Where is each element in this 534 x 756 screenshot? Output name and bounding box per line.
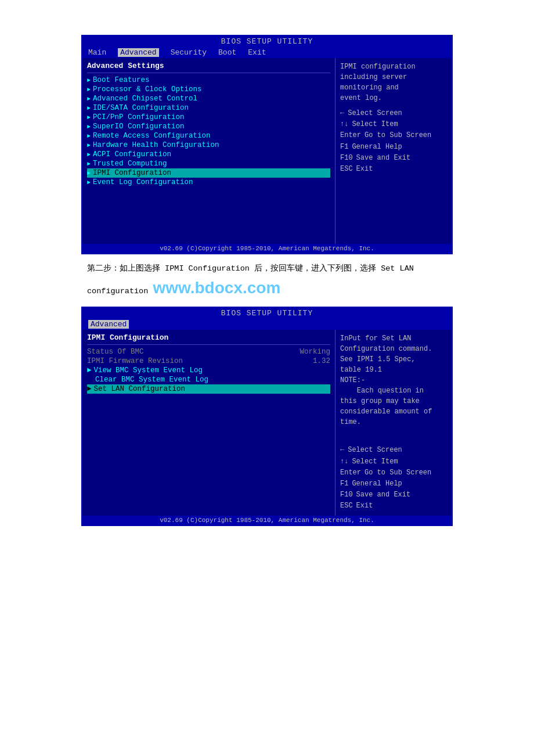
- menu-advanced-1[interactable]: Advanced: [118, 48, 158, 57]
- item-ipmi-config[interactable]: ► IPMI Configuration: [87, 168, 330, 178]
- item-clear-bmc-log[interactable]: Clear BMC System Event Log: [87, 375, 330, 384]
- key-enter-key-2: Enter: [340, 467, 361, 478]
- bios-left-1: Advanced Settings ► Boot Features ► Proc…: [82, 58, 335, 244]
- item-label: Trusted Computing: [93, 160, 167, 168]
- arrow-icon: ►: [87, 179, 91, 186]
- key-enter-key: Enter: [340, 130, 361, 141]
- key-desc-screen: Select Screen: [348, 108, 402, 119]
- arrow-icon: ►: [87, 96, 91, 102]
- bios-content-2: IPMI Configuration Status Of BMC Working…: [82, 330, 452, 516]
- bios-title-1: BIOS SETUP UTILITY: [82, 36, 452, 47]
- menu-security-1[interactable]: Security: [171, 48, 207, 57]
- bios-right-1: IPMI configurationincluding servermonito…: [335, 58, 452, 244]
- arrow-icon: ►: [87, 170, 91, 177]
- bios-content-1: Advanced Settings ► Boot Features ► Proc…: [82, 58, 452, 244]
- item-label: IPMI Configuration: [93, 169, 171, 177]
- status-firmware: IPMI Firmware Revision 1.32: [87, 357, 330, 366]
- key-f10-2: F10 Save and Exit: [340, 489, 447, 501]
- arrow-icon: ►: [87, 124, 91, 130]
- bios-footer-2: v02.69 (C)Copyright 1985-2010, American …: [82, 516, 452, 525]
- key-help-2: ← Select Screen ↑↓ Select Item Enter Go …: [340, 445, 447, 512]
- key-ud-2: ↑↓: [340, 456, 348, 467]
- key-desc-f1: General Help: [352, 142, 402, 153]
- item-ide-sata[interactable]: ► IDE/SATA Configuration: [87, 103, 330, 113]
- right-description-2: InPut for Set LAN Configuration command.…: [340, 333, 447, 427]
- key-f10-key-2: F10: [340, 489, 353, 501]
- key-desc-item: Select Item: [352, 119, 398, 130]
- watermark: www.bdocx.com: [153, 279, 280, 297]
- key-desc-esc-2: Exit: [356, 501, 373, 512]
- arrow-icon: ►: [87, 385, 92, 393]
- arrow-icon: ►: [87, 114, 91, 121]
- key-enter: Enter Go to Sub Screen: [340, 130, 447, 141]
- arrow-icon: ►: [87, 366, 92, 375]
- separator-2: [87, 344, 330, 345]
- key-desc-screen-2: Select Screen: [348, 445, 402, 456]
- item-trusted-computing[interactable]: ► Trusted Computing: [87, 159, 330, 168]
- item-label: Event Log Configuration: [93, 178, 193, 186]
- key-desc-f10-2: Save and Exit: [356, 489, 411, 501]
- bios-box-1: BIOS SETUP UTILITY Main Advanced Securit…: [81, 35, 453, 254]
- key-select-screen: ← Select Screen: [340, 108, 447, 119]
- item-processor-clock[interactable]: ► Processor & Clock Options: [87, 85, 330, 94]
- bios-right-2: InPut for Set LAN Configuration command.…: [335, 330, 452, 516]
- item-label: Set LAN Configuration: [94, 385, 186, 393]
- status-bmc: Status Of BMC Working: [87, 347, 330, 357]
- separator-1: [87, 73, 330, 73]
- key-esc-key: ESC: [340, 164, 353, 175]
- item-hardware-health[interactable]: ► Hardware Health Configuration: [87, 141, 330, 150]
- arrow-icon: ►: [87, 77, 91, 84]
- key-desc-f10: Save and Exit: [356, 153, 411, 164]
- key-arrow: ←: [340, 108, 344, 119]
- key-esc-key-2: ESC: [340, 501, 353, 512]
- key-f1: F1 General Help: [340, 142, 447, 153]
- key-f10-key: F10: [340, 153, 353, 164]
- key-desc-esc: Exit: [356, 164, 373, 175]
- item-boot-features[interactable]: ► Boot Features: [87, 75, 330, 85]
- firmware-value: 1.32: [313, 357, 330, 365]
- key-select-item: ↑↓ Select Item: [340, 119, 447, 130]
- item-label: Hardware Health Configuration: [93, 141, 219, 149]
- item-label: SuperIO Configuration: [93, 123, 185, 131]
- menu-boot-1[interactable]: Boot: [218, 48, 236, 57]
- bios-left-2: IPMI Configuration Status Of BMC Working…: [82, 330, 335, 516]
- menu-exit-1[interactable]: Exit: [248, 48, 266, 57]
- key-ud: ↑↓: [340, 119, 348, 130]
- key-enter-2: Enter Go to Sub Screen: [340, 467, 447, 478]
- section-title-1: Advanced Settings: [87, 62, 330, 70]
- status-bmc-value: Working: [300, 348, 330, 356]
- key-arrow-2: ←: [340, 445, 344, 456]
- key-f1-key-2: F1: [340, 478, 348, 489]
- bios-menu-bar-1: Main Advanced Security Boot Exit: [82, 47, 452, 58]
- item-pci-pnp[interactable]: ► PCI/PnP Configuration: [87, 113, 330, 122]
- arrow-icon: ►: [87, 133, 91, 139]
- key-desc-enter-2: Go to Sub Screen: [365, 467, 431, 478]
- item-superio[interactable]: ► SuperIO Configuration: [87, 122, 330, 131]
- item-label: Advanced Chipset Control: [93, 95, 197, 103]
- key-desc-enter: Go to Sub Screen: [365, 130, 431, 141]
- item-advanced-chipset[interactable]: ► Advanced Chipset Control: [87, 94, 330, 103]
- item-remote-access[interactable]: ► Remote Access Configuration: [87, 131, 330, 141]
- item-view-bmc-log[interactable]: ► View BMC System Event Log: [87, 366, 330, 375]
- key-f10: F10 Save and Exit: [340, 153, 447, 164]
- between-text: 第二步：如上图选择 IPMI Configuration 后，按回车键，进入下列…: [81, 254, 453, 307]
- item-acpi[interactable]: ► ACPI Configuration: [87, 150, 330, 159]
- arrow-icon: ►: [87, 161, 91, 167]
- bios-menu-bar-2: Advanced: [82, 319, 452, 330]
- item-label: Clear BMC System Event Log: [87, 376, 208, 384]
- firmware-label: IPMI Firmware Revision: [87, 357, 183, 365]
- page-wrapper: BIOS SETUP UTILITY Main Advanced Securit…: [0, 0, 534, 549]
- arrow-icon: ►: [87, 105, 91, 111]
- menu-main-1[interactable]: Main: [88, 48, 106, 57]
- bios-footer-1: v02.69 (C)Copyright 1985-2010, American …: [82, 244, 452, 253]
- menu-advanced-2[interactable]: Advanced: [88, 320, 129, 329]
- arrow-icon: ►: [87, 87, 91, 93]
- item-label: Processor & Clock Options: [93, 85, 202, 93]
- key-esc: ESC Exit: [340, 164, 447, 175]
- bios-box-2: BIOS SETUP UTILITY Advanced IPMI Configu…: [81, 307, 453, 526]
- key-select-screen-2: ← Select Screen: [340, 445, 447, 456]
- item-label: IDE/SATA Configuration: [93, 104, 189, 112]
- item-set-lan-config[interactable]: ► Set LAN Configuration: [87, 384, 330, 394]
- key-desc-item-2: Select Item: [352, 456, 398, 467]
- item-event-log[interactable]: ► Event Log Configuration: [87, 178, 330, 187]
